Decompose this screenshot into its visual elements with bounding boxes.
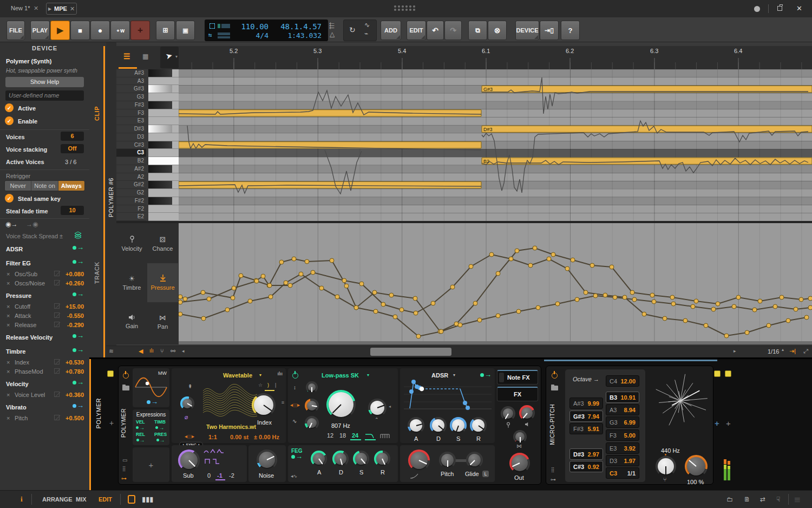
pressure-point[interactable] — [533, 246, 537, 250]
micropitch-handle-left[interactable] — [714, 370, 721, 377]
mw-mod-arrow[interactable]: → — [147, 400, 158, 404]
ref-pitch-value[interactable]: 440 Hz — [661, 447, 680, 454]
pressure-point[interactable] — [183, 297, 187, 301]
rail-track-label[interactable]: TRACK — [94, 262, 100, 284]
pitch-glide-module[interactable]: Pitch Glide L — [400, 445, 495, 482]
piano-keys[interactable]: A#3A3G#3G3F#3F3E3D#3D3C#3C3B2A#2A2G#2G2F… — [116, 69, 179, 221]
stop-button[interactable]: ■ — [70, 21, 90, 40]
pressure-point[interactable] — [496, 271, 500, 276]
layers-icon[interactable]: ≋ — [109, 348, 114, 355]
pressure-point[interactable] — [732, 304, 736, 309]
osc-hz-value[interactable]: ± 0.00 Hz — [254, 434, 279, 440]
pressure-point[interactable] — [767, 323, 771, 328]
pressure-point[interactable] — [225, 308, 230, 312]
vol-mod-knob[interactable] — [519, 405, 535, 421]
play-menu-button[interactable]: PLAY — [30, 21, 50, 40]
pressure-point[interactable] — [496, 314, 500, 318]
note-grid[interactable]: G#3D#3B2 — [179, 69, 812, 221]
pressure-point[interactable] — [551, 252, 555, 257]
pressure-point[interactable] — [393, 315, 397, 319]
audition-icon[interactable]: ◀ — [139, 348, 143, 355]
key-F3[interactable] — [148, 109, 179, 118]
pressure-point[interactable] — [416, 334, 421, 338]
ref-pitch-knob[interactable] — [656, 456, 676, 477]
arranger-automation-icon[interactable]: ∿ — [364, 21, 370, 29]
device-name-input[interactable]: User-defined name — [5, 90, 84, 101]
pressure-point[interactable] — [652, 299, 656, 304]
amount-value[interactable]: 100 % — [687, 479, 704, 485]
polymer-remote-grid-icon[interactable]: ⣿ — [122, 466, 126, 471]
note-fx-slot[interactable]: Note FX — [497, 370, 538, 385]
sub-octave-0[interactable]: 0 — [207, 472, 211, 479]
pressure-point[interactable] — [509, 257, 513, 261]
pressure-point[interactable] — [613, 295, 617, 299]
pressure-point[interactable] — [528, 263, 533, 268]
filter-slope-18[interactable]: 18 — [339, 432, 346, 439]
mw-modulator[interactable]: MW → — [133, 368, 169, 407]
add-device-blue-icon[interactable]: + — [715, 419, 719, 428]
filter-type-title[interactable]: Low-pass SK — [322, 372, 359, 379]
mod-section-pressure[interactable]: Pressure → — [0, 289, 89, 302]
pressure-point[interactable] — [799, 297, 803, 302]
filter-env-amount-knob[interactable] — [305, 416, 319, 430]
tab-clip-close-icon[interactable]: ✕ — [70, 5, 75, 12]
device-button[interactable]: DEVICE — [515, 21, 539, 40]
filter-module[interactable]: Low-pass SK ▾ ↕ ◂𝄙▸ ∿ 807 Hz ⌃ ◂ 12 18 2… — [288, 368, 398, 443]
pressure-point[interactable] — [232, 286, 236, 290]
fx-slot[interactable]: FX — [497, 387, 538, 401]
pressure-point[interactable] — [536, 305, 540, 310]
pressure-point[interactable] — [288, 283, 292, 288]
filter-resonance-knob[interactable] — [368, 399, 387, 417]
amp-envelope-module[interactable]: ADSR ▾ → — [400, 368, 495, 443]
polymer-device-name[interactable]: POLYMER — [120, 408, 127, 438]
pressure-point[interactable] — [704, 323, 708, 328]
pressure-point[interactable] — [179, 312, 182, 316]
note-D#3[interactable] — [482, 126, 812, 132]
pressure-point[interactable] — [691, 304, 695, 309]
expressions-module[interactable]: Expressions VEL→TIMB→REL→PRES→ — [133, 409, 169, 445]
pressure-point[interactable] — [413, 296, 417, 301]
polymer-select-handle[interactable] — [107, 370, 114, 377]
voice-stacking-value[interactable]: Off — [61, 144, 84, 153]
osc-semitones-value[interactable]: 0.00 st — [230, 434, 248, 440]
amp-env-caret-icon[interactable]: ▾ — [453, 373, 455, 377]
pressure-point[interactable] — [439, 329, 443, 334]
mod-target-osc-sub[interactable]: × Osc/Sub +0.080 — [0, 270, 89, 279]
feg-mod-arrow[interactable]: → — [291, 454, 303, 459]
key-G#3[interactable] — [148, 85, 179, 93]
keytrack-icon[interactable]: ⇞ — [188, 383, 192, 389]
key-D#3[interactable] — [148, 125, 179, 133]
note-F3[interactable] — [179, 110, 481, 116]
add-device-right-icon[interactable]: + — [726, 419, 731, 428]
filter-power-icon[interactable] — [292, 373, 298, 379]
pressure-point[interactable] — [773, 304, 777, 309]
rail-clip-label[interactable]: CLIP — [94, 106, 100, 121]
pressure-point[interactable] — [794, 307, 798, 311]
micropitch-key-C#3[interactable]: C#30.92 — [569, 461, 603, 472]
pressure-point[interactable] — [311, 270, 315, 275]
micropitch-key-G#3[interactable]: G#37.94 — [569, 411, 603, 422]
expression-slot-timb[interactable]: TIMB→ — [154, 419, 166, 430]
loop-icon[interactable]: ↻ — [349, 25, 356, 34]
micropitch-key-F3[interactable]: F35.00 — [606, 429, 639, 441]
undo-button[interactable]: ↶ — [427, 21, 444, 40]
pressure-point[interactable] — [593, 294, 598, 298]
micropitch-key-E3[interactable]: E33.92 — [606, 442, 639, 454]
key-C#3[interactable] — [148, 141, 179, 149]
pressure-point[interactable] — [254, 279, 259, 283]
amp-attack-knob[interactable] — [408, 417, 424, 434]
clip-launcher-button[interactable]: ▣ — [176, 21, 195, 40]
pressure-point[interactable] — [752, 308, 757, 312]
retrigger-segment[interactable]: NeverNote onAlways — [4, 180, 85, 191]
key-G2[interactable] — [148, 189, 179, 197]
key-G#2[interactable] — [148, 181, 179, 189]
pressure-point[interactable] — [458, 323, 462, 327]
expression-slot-rel[interactable]: REL→ — [136, 432, 145, 442]
bar-icon[interactable]: | — [275, 382, 276, 388]
mod-target-release[interactable]: × Release -0.290 — [0, 321, 89, 330]
fold-keys-icon[interactable]: ⑂ — [160, 348, 164, 354]
micropitch-key-F#3[interactable]: F#35.91 — [569, 423, 603, 434]
pressure-point[interactable] — [575, 297, 579, 302]
pressure-point[interactable] — [179, 295, 182, 299]
record-button[interactable]: ● — [90, 21, 110, 40]
